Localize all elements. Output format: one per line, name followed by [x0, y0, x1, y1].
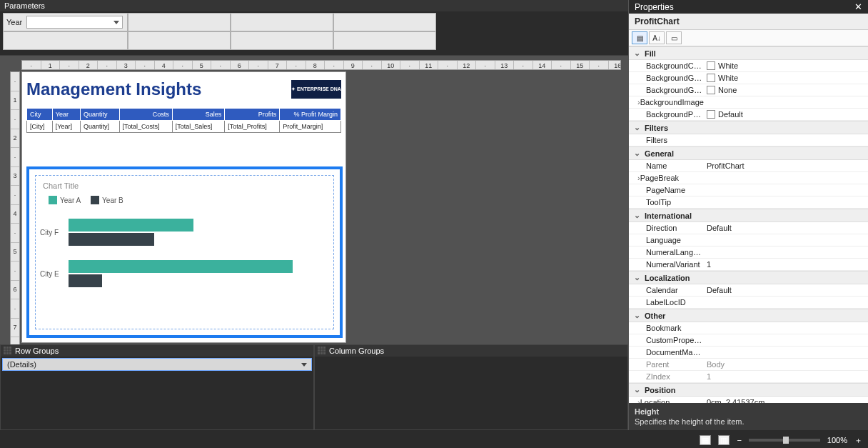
property-value[interactable]: 1 [704, 371, 868, 382]
report-title[interactable]: Management Insights [26, 79, 201, 99]
parameter-year-dropdown[interactable] [26, 16, 123, 29]
property-row[interactable]: PageName [629, 184, 868, 196]
report-tablix[interactable]: CityYearQuantityCostsSalesProfits% Profi… [26, 108, 341, 133]
property-value[interactable] [704, 234, 868, 246]
color-swatch-icon[interactable] [707, 61, 715, 70]
property-row[interactable]: LabelLocID [629, 297, 868, 309]
color-swatch-icon[interactable] [707, 86, 715, 94]
property-row[interactable]: BackgroundPatternDefault [629, 109, 868, 121]
chevron-icon[interactable]: › [637, 98, 640, 106]
zoom-slider-thumb[interactable] [783, 437, 789, 444]
property-row[interactable]: DocumentMapLabe [629, 347, 868, 359]
parameter-empty-cell[interactable] [333, 13, 436, 31]
profit-chart[interactable]: Chart Title Year A Year B City FCity E [26, 166, 343, 338]
chevron-down-icon[interactable]: ⌄ [633, 273, 640, 282]
property-row[interactable]: DirectionDefault [629, 222, 868, 234]
property-category[interactable]: ⌄Other [629, 309, 868, 322]
chevron-down-icon[interactable]: ⌄ [633, 49, 640, 58]
zoom-minus-icon[interactable]: − [737, 436, 741, 444]
property-row[interactable]: ›Location0cm, 2.41537cm [629, 397, 868, 403]
color-swatch-icon[interactable] [707, 74, 715, 82]
table-header-cell[interactable]: Profits [225, 109, 280, 121]
property-pages-button[interactable]: ▭ [666, 31, 682, 44]
property-row[interactable]: BackgroundGradienNone [629, 84, 868, 96]
property-value[interactable] [704, 347, 868, 358]
property-value[interactable] [704, 196, 868, 208]
chart-title[interactable]: Chart Title [43, 181, 329, 190]
zoom-plus-icon[interactable]: ＋ [854, 435, 862, 446]
property-row[interactable]: ToolTip [629, 196, 868, 209]
property-value[interactable]: 0cm, 2.41537cm [704, 397, 868, 403]
table-header-cell[interactable]: Year [52, 109, 80, 121]
parameter-year-cell[interactable]: Year [3, 13, 128, 31]
table-data-cell[interactable]: [Total_Sales] [172, 121, 225, 133]
chart-bar[interactable] [69, 233, 154, 246]
property-category[interactable]: ⌄Fill [629, 46, 868, 60]
table-data-cell[interactable]: Quantity] [80, 121, 119, 133]
property-row[interactable]: Bookmark [629, 322, 868, 334]
property-row[interactable]: BackgroundGradienWhite [629, 72, 868, 84]
property-row[interactable]: NumeralLanguage [629, 247, 868, 259]
close-icon[interactable]: ✕ [854, 1, 862, 12]
table-header-cell[interactable]: % Profit Margin [280, 109, 341, 121]
property-row[interactable]: ›BackgroundImage [629, 96, 868, 109]
table-data-cell[interactable]: [City] [27, 121, 53, 133]
properties-selected-object[interactable]: ProfitChart [629, 14, 868, 30]
property-row[interactable]: CalendarDefault [629, 284, 868, 297]
property-value[interactable]: Default [704, 109, 868, 120]
sort-az-button[interactable]: A↓ [649, 31, 665, 44]
chevron-down-icon[interactable] [301, 363, 307, 367]
property-row[interactable]: ›PageBreak [629, 172, 868, 184]
property-value[interactable] [704, 172, 868, 184]
property-value[interactable] [704, 297, 868, 308]
property-value[interactable] [704, 96, 868, 108]
table-data-cell[interactable]: [Total_Costs] [119, 121, 172, 133]
parameter-empty-cell[interactable] [231, 31, 333, 50]
property-value[interactable]: White [704, 72, 868, 84]
property-category[interactable]: ⌄Filters [629, 121, 868, 134]
zoom-slider[interactable] [749, 439, 820, 442]
table-data-cell[interactable]: [Total_Profits] [225, 121, 280, 133]
property-value[interactable] [704, 247, 868, 258]
property-value[interactable]: ProfitChart [704, 160, 868, 171]
chevron-down-icon[interactable]: ⌄ [633, 149, 640, 158]
row-group-details[interactable]: (Details) [2, 358, 312, 371]
property-value[interactable]: Body [704, 359, 868, 370]
parameter-empty-cell[interactable] [128, 13, 231, 31]
parameter-empty-cell[interactable] [333, 31, 436, 50]
chevron-down-icon[interactable]: ⌄ [633, 311, 640, 320]
parameter-empty-cell[interactable] [3, 31, 128, 50]
property-row[interactable]: Filters [629, 134, 868, 146]
property-category[interactable]: ⌄Position [629, 383, 868, 397]
chart-bar[interactable] [69, 260, 293, 273]
chart-bar[interactable] [69, 274, 102, 287]
table-header-cell[interactable]: Sales [172, 109, 225, 121]
table-header-cell[interactable]: Costs [119, 109, 172, 121]
parameter-empty-cell[interactable] [231, 13, 333, 31]
table-data-cell[interactable]: Profit_Margin] [280, 121, 341, 133]
property-category[interactable]: ⌄General [629, 146, 868, 160]
property-row[interactable]: BackgroundColorWhite [629, 60, 868, 72]
property-value[interactable] [704, 134, 868, 146]
chevron-down-icon[interactable]: ⌄ [633, 123, 640, 132]
property-row[interactable]: ZIndex1 [629, 371, 868, 383]
chevron-down-icon[interactable]: ⌄ [633, 211, 640, 220]
parameter-empty-cell[interactable] [128, 31, 231, 50]
view-mode-icon[interactable]: ▦ [700, 435, 711, 445]
property-value[interactable]: Default [704, 222, 868, 234]
property-category[interactable]: ⌄Localization [629, 271, 868, 284]
chart-bar[interactable] [69, 219, 193, 232]
property-value[interactable] [704, 322, 868, 334]
categorize-button[interactable]: ▤ [632, 31, 647, 44]
property-value[interactable]: White [704, 60, 868, 71]
property-row[interactable]: ParentBody [629, 359, 868, 371]
property-value[interactable]: 1 [704, 259, 868, 270]
property-row[interactable]: NameProfitChart [629, 160, 868, 172]
logo-enterprise-dna[interactable]: ✦ ENTERPRISE DNA [291, 80, 341, 99]
properties-grid[interactable]: ⌄FillBackgroundColorWhiteBackgroundGradi… [629, 46, 868, 403]
property-row[interactable]: CustomProperties [629, 334, 868, 347]
chart-plot-area[interactable]: City FCity E [40, 219, 329, 329]
report-canvas[interactable]: Management Insights ✦ ENTERPRISE DNA Cit… [21, 71, 346, 343]
table-header-cell[interactable]: City [27, 109, 53, 121]
view-mode-icon[interactable]: ▥ [718, 435, 730, 445]
